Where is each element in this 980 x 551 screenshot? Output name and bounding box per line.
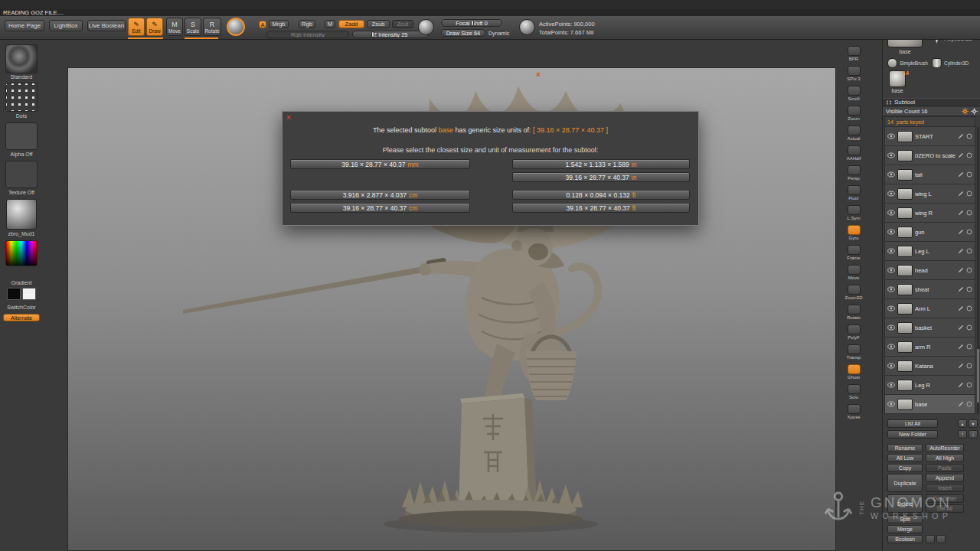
eye-icon[interactable]	[887, 210, 895, 216]
scale-button[interactable]: S Scale	[185, 18, 201, 36]
subtool-row[interactable]: Leg L	[884, 242, 975, 261]
z-intensity-knob[interactable]	[371, 31, 374, 37]
zcut-button[interactable]: Zcut	[392, 20, 413, 28]
eye-icon[interactable]	[887, 248, 895, 254]
alternate-button[interactable]: Alternate	[3, 314, 40, 321]
stroke-thumbnail-dots[interactable]	[5, 83, 38, 112]
eye-icon[interactable]	[887, 324, 895, 331]
subtool-row[interactable]: Leg R	[884, 376, 975, 395]
circle-icon[interactable]	[966, 363, 972, 369]
eye-icon[interactable]	[887, 382, 895, 388]
subtool-row[interactable]: Katana	[884, 357, 975, 376]
paste-button[interactable]: Paste	[926, 464, 964, 472]
gear-orange-icon[interactable]	[962, 108, 969, 115]
size-option-in-small[interactable]: 1.542 × 1.133 × 1.589in	[512, 159, 690, 169]
circle-icon[interactable]	[966, 324, 972, 331]
paintbrush-icon[interactable]	[958, 305, 964, 311]
size-option-cm[interactable]: 39.16 × 28.77 × 40.37cm	[290, 203, 470, 213]
paintbrush-icon[interactable]	[958, 382, 964, 388]
subtool-row[interactable]: head	[884, 261, 975, 280]
circle-icon[interactable]	[966, 267, 972, 273]
shelf-tool-button[interactable]: Zoom	[842, 106, 865, 126]
paintbrush-icon[interactable]	[958, 267, 964, 273]
quick-pick-simplebrush[interactable]: SimpleBrush	[887, 58, 928, 68]
paintbrush-icon[interactable]	[958, 152, 964, 158]
subtool-row[interactable]: basket	[884, 318, 975, 337]
subtool-row[interactable]: sheat	[884, 280, 975, 299]
stroke-curve-icon[interactable]	[418, 19, 434, 35]
eye-icon[interactable]	[887, 191, 895, 197]
size-option-ft-small[interactable]: 0.128 × 0.094 × 0.132ft	[512, 190, 690, 200]
switch-color-label[interactable]: SwitchColor	[0, 305, 43, 310]
new-folder-button[interactable]: New Folder	[887, 430, 938, 439]
shelf-tool-button[interactable]: SPix 3	[842, 66, 865, 86]
canvas-close-icon[interactable]: ×	[536, 70, 541, 79]
shelf-tool-button[interactable]: Persp	[842, 165, 865, 185]
subtool-row[interactable]: wing L	[884, 184, 975, 204]
shelf-tool-button[interactable]: Actual	[842, 126, 865, 145]
paintbrush-icon[interactable]	[958, 363, 964, 369]
subtool-row[interactable]: tail	[884, 165, 975, 184]
zadd-button[interactable]: Zadd	[338, 20, 364, 28]
live-boolean-button[interactable]: Live Boolean	[87, 20, 126, 31]
circle-icon[interactable]	[966, 152, 972, 158]
shelf-tool-button[interactable]: L.Sym	[842, 205, 865, 225]
all-high-button[interactable]: All High	[926, 454, 964, 462]
alpha-thumbnail[interactable]	[5, 122, 38, 150]
size-option-ft[interactable]: 39.16 × 28.77 × 40.37ft	[512, 203, 690, 213]
paintbrush-icon[interactable]	[958, 171, 964, 178]
shelf-tool-button[interactable]: Rotate	[842, 305, 865, 324]
color-picker[interactable]	[5, 240, 38, 266]
eye-icon[interactable]	[887, 133, 895, 139]
subtool-folder-row[interactable]: 14 parts keyed	[884, 116, 975, 127]
main-color-swatch[interactable]	[7, 288, 21, 300]
size-option-in[interactable]: 39.16 × 28.77 × 40.37in	[512, 172, 690, 182]
shelf-tool-button[interactable]: Gyro	[842, 225, 865, 245]
paintbrush-icon[interactable]	[958, 324, 964, 331]
paintbrush-icon[interactable]	[958, 344, 964, 350]
size-option-cm-small[interactable]: 3.916 × 2.877 × 4.037cm	[290, 190, 470, 200]
boolean-button[interactable]: Boolean	[887, 535, 923, 543]
subtool-row[interactable]: base	[884, 395, 975, 414]
brush-thumbnail-standard[interactable]	[5, 44, 38, 73]
material-thumbnail[interactable]	[6, 199, 37, 230]
move-up-button[interactable]: ▲	[958, 419, 967, 428]
z-intensity-slider[interactable]: Z Intensity 25	[352, 31, 429, 38]
shelf-tool-button[interactable]: Xpose	[842, 404, 865, 424]
shelf-tool-button[interactable]: Scroll	[842, 86, 865, 106]
mrgb-button[interactable]: Mrgb	[269, 20, 289, 28]
rgb-intensity-slider[interactable]: Rgb Intensity	[266, 31, 349, 38]
eye-icon[interactable]	[887, 229, 895, 235]
quick-pick-cylinder3d[interactable]: Cylinder3D	[932, 58, 969, 68]
zsub-button[interactable]: Zsub	[367, 20, 390, 28]
shelf-tool-button[interactable]: Floor	[842, 185, 865, 205]
lightbox-button[interactable]: LightBox	[49, 20, 83, 31]
eye-icon[interactable]	[887, 267, 895, 273]
secondary-color-swatch[interactable]	[22, 288, 36, 300]
eye-icon[interactable]	[887, 305, 895, 311]
circle-icon[interactable]	[966, 229, 972, 235]
all-low-button[interactable]: All Low	[887, 454, 923, 462]
circle-icon[interactable]	[966, 248, 972, 254]
paintbrush-icon[interactable]	[958, 229, 964, 235]
subtool-row[interactable]: gun	[884, 223, 975, 242]
shelf-tool-button[interactable]: Solo	[842, 384, 865, 404]
subtool-row[interactable]: arm R	[884, 337, 975, 357]
list-all-button[interactable]: List All	[887, 419, 938, 428]
shelf-tool-button[interactable]: Move	[842, 265, 865, 285]
circle-icon[interactable]	[966, 401, 972, 407]
circle-icon[interactable]	[966, 191, 972, 197]
boolean-mode-icon[interactable]	[936, 535, 946, 543]
visible-count-bar[interactable]: Visible Count 16	[883, 107, 980, 116]
draw-size-slider[interactable]: Draw Size 64	[441, 29, 485, 37]
shelf-tool-button[interactable]: Ghost	[842, 364, 865, 384]
autoreorder-button[interactable]: AutoReorder	[926, 444, 964, 452]
texture-thumbnail[interactable]	[5, 161, 38, 188]
circle-icon[interactable]	[966, 286, 972, 292]
paintbrush-icon[interactable]	[958, 133, 964, 139]
circle-icon[interactable]	[966, 382, 972, 388]
subtool-section-header[interactable]: Subtool	[883, 98, 980, 106]
eye-icon[interactable]	[887, 286, 895, 292]
circle-icon[interactable]	[966, 133, 972, 139]
eye-icon[interactable]	[887, 401, 895, 407]
